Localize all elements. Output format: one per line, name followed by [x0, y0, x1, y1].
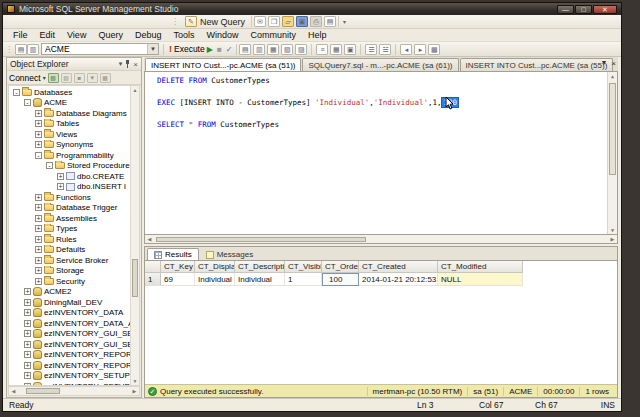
expand-icon[interactable]: +	[24, 330, 31, 337]
database-combo[interactable]: ACME ▼	[41, 43, 159, 55]
active-files-dropdown-icon[interactable]: ▼	[600, 59, 607, 68]
menu-view[interactable]: View	[61, 30, 92, 40]
grid-corner-cell[interactable]	[145, 261, 161, 273]
increase-indent-icon[interactable]: ▸	[414, 44, 426, 55]
parse-icon[interactable]: ✓	[226, 45, 233, 54]
editor-scroll-left-icon[interactable]: ◀	[145, 236, 154, 242]
tree-item-functions[interactable]: +Functions	[9, 192, 130, 203]
expand-icon[interactable]: +	[24, 299, 31, 306]
tree-item-ezinventory-setup-t[interactable]: +ezINVENTORY_SETUP_T	[9, 371, 130, 382]
open-folder-icon[interactable]: ▱	[282, 16, 294, 27]
expand-icon[interactable]: +	[35, 131, 42, 138]
tree-hscroll-thumb[interactable]	[26, 388, 60, 394]
expand-icon[interactable]: +	[24, 288, 31, 295]
editor-vertical-scrollbar[interactable]: ▲ ▼	[607, 72, 617, 234]
pin-icon[interactable]	[124, 60, 131, 68]
editor-scroll-up-icon[interactable]: ▲	[608, 72, 617, 80]
menu-file[interactable]: File	[7, 30, 34, 40]
comment-icon[interactable]: ☰	[365, 44, 377, 55]
document-tab-1[interactable]: INSERT INTO Cust...-pc.ACME (sa (51))	[145, 58, 301, 71]
tree-item-types[interactable]: +Types	[9, 224, 130, 235]
results-to-file-icon[interactable]: ▣	[344, 44, 356, 55]
row-header[interactable]: 1	[145, 273, 161, 286]
expand-icon[interactable]: +	[35, 246, 42, 253]
results-tab-messages[interactable]: Messages	[199, 248, 260, 260]
tree-item-security[interactable]: +Security	[9, 276, 130, 287]
collapse-icon[interactable]: -	[35, 152, 42, 159]
uncomment-icon[interactable]: ☱	[379, 44, 391, 55]
expand-icon[interactable]: +	[24, 320, 31, 327]
expand-icon[interactable]: +	[35, 215, 42, 222]
intellisense-icon[interactable]: ▧	[281, 44, 293, 55]
decrease-indent-icon[interactable]: ◂	[400, 44, 412, 55]
menu-community[interactable]: Community	[244, 30, 302, 40]
available-databases-icon[interactable]: ▤	[15, 44, 27, 55]
tree-item-programmability[interactable]: -Programmability	[9, 150, 130, 161]
change-connection-icon[interactable]: ▥	[27, 44, 39, 55]
menu-edit[interactable]: Edit	[34, 30, 62, 40]
editor-scroll-right-icon[interactable]: ▶	[608, 236, 617, 242]
tree-item-ezinventory-data-a[interactable]: +ezINVENTORY_DATA_A	[9, 318, 130, 329]
tree-horizontal-scrollbar[interactable]: ◀ ▶	[8, 386, 140, 396]
copy-document-icon[interactable]: ❐	[268, 16, 280, 27]
stop-process-icon[interactable]: ■	[74, 73, 85, 83]
tree-item-synonyms[interactable]: +Synonyms	[9, 140, 130, 151]
server-refresh-icon[interactable]: ▧	[48, 73, 59, 83]
expand-icon[interactable]: +	[35, 141, 42, 148]
close-document-icon[interactable]: ×	[611, 59, 616, 68]
toolbar-grip2[interactable]: ⋮	[5, 45, 13, 54]
tree-item-ezinventory-data[interactable]: +ezINVENTORY_DATA	[9, 308, 130, 319]
tree-item-views[interactable]: +Views	[9, 129, 130, 140]
expand-icon[interactable]: +	[57, 183, 64, 190]
new-query-button[interactable]: ✎ New Query	[181, 15, 249, 28]
editor-hscroll-thumb[interactable]	[156, 237, 366, 242]
combo-dropdown-icon[interactable]: ▼	[147, 44, 158, 54]
cell-ct-key[interactable]: 69	[161, 273, 195, 286]
cell-ct-created[interactable]: 2014-01-21 20:12:53.097	[359, 273, 438, 286]
tree-item-assemblies[interactable]: +Assemblies	[9, 213, 130, 224]
collapse-icon[interactable]: -	[13, 89, 20, 96]
expand-icon[interactable]: +	[35, 225, 42, 232]
specify-template-values-icon[interactable]: ▤	[239, 44, 251, 55]
document-tab-3[interactable]: INSERT INTO Cust...pc.ACME (sa (55))	[460, 58, 614, 71]
tree-item-ezinventory-setup-t[interactable]: +ezINVENTORY_SETUP_T	[9, 381, 130, 386]
tree-item-acme[interactable]: -ACME	[9, 98, 130, 109]
scroll-left-icon[interactable]: ◀	[9, 388, 18, 394]
maximize-button[interactable]: □	[575, 5, 592, 14]
disconnect-icon[interactable]: ▧	[61, 73, 72, 83]
tree-item-ezinventory-gui-seti[interactable]: +ezINVENTORY_GUI_SETI	[9, 339, 130, 350]
tree-item-databases[interactable]: -Databases	[9, 87, 130, 98]
menu-help[interactable]: Help	[302, 30, 333, 40]
print-icon[interactable]: ⎙	[310, 16, 322, 27]
filter-icon[interactable]: ▼	[87, 73, 98, 83]
scroll-up-icon[interactable]: ▲	[131, 86, 139, 94]
cell-ct-display[interactable]: Individual	[195, 273, 235, 286]
toolbar-overflow-icon[interactable]: ▾	[343, 18, 346, 25]
column-header[interactable]: CT_Order	[322, 261, 359, 273]
script-icon[interactable]: ▩	[100, 73, 111, 83]
tree-item-database-diagrams[interactable]: +Database Diagrams	[9, 108, 130, 119]
expand-icon[interactable]: +	[24, 341, 31, 348]
tree-item-ezinventory-gui-seti[interactable]: +ezINVENTORY_GUI_SETI	[9, 329, 130, 340]
toolbar-grip[interactable]: ⋮	[171, 17, 179, 26]
tree-item-ezinventory-reports[interactable]: +ezINVENTORY_REPORTS	[9, 360, 130, 371]
tree-scroll-thumb[interactable]	[132, 259, 138, 297]
menu-tools[interactable]: Tools	[167, 30, 200, 40]
tree-item-tables[interactable]: +Tables	[9, 119, 130, 130]
tree-item-diningmall-dev[interactable]: +DiningMall_DEV	[9, 297, 130, 308]
menu-window[interactable]: Window	[200, 30, 244, 40]
column-header[interactable]: CT_Modified	[438, 261, 523, 273]
tree-item-database-trigger[interactable]: +Database Trigger	[9, 203, 130, 214]
tree-item-ezinventory-reports[interactable]: +ezINVENTORY_REPORTS	[9, 350, 130, 361]
scroll-right-icon[interactable]: ▶	[130, 388, 139, 394]
tree-item-defaults[interactable]: +Defaults	[9, 245, 130, 256]
minimize-button[interactable]: —	[557, 5, 574, 14]
expand-icon[interactable]: +	[35, 267, 42, 274]
tree-item-service-broker[interactable]: +Service Broker	[9, 255, 130, 266]
new-document-icon[interactable]: ✉	[254, 16, 266, 27]
tree-item-dbo-create[interactable]: +dbo.CREATE	[9, 171, 130, 182]
collapse-icon[interactable]: -	[46, 162, 53, 169]
panel-dropdown-icon[interactable]: ▾	[119, 60, 123, 68]
expand-icon[interactable]: +	[35, 236, 42, 243]
expand-icon[interactable]: +	[35, 204, 42, 211]
